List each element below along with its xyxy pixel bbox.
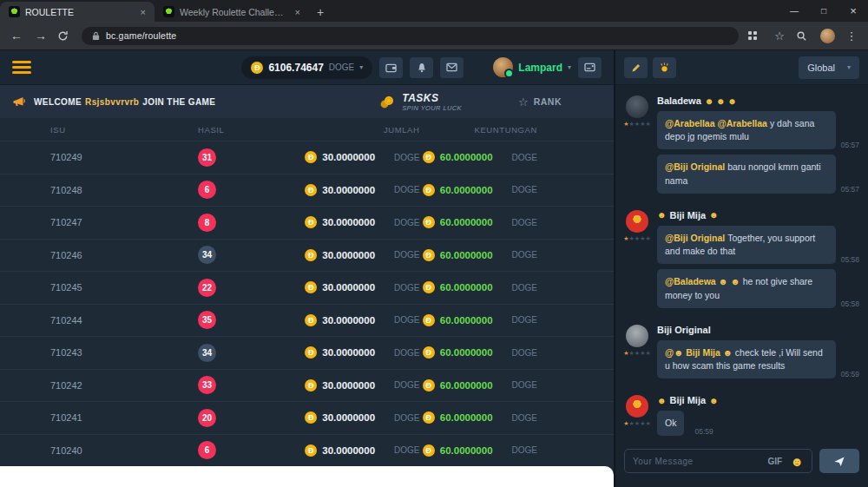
notifications-button[interactable] [410, 57, 433, 78]
refresh-button[interactable] [57, 30, 73, 42]
refresh-icon [57, 30, 69, 42]
chat-avatar[interactable] [626, 210, 648, 233]
chat-input-container[interactable]: GIF ☻ [624, 449, 812, 473]
rank-widget[interactable]: ☆ RANK [518, 95, 562, 109]
chat-username[interactable]: Biji Original [657, 325, 859, 335]
bet-amount: Ð30.0000000DOGE [302, 249, 420, 261]
chat-username[interactable]: ☻ Biji Mija ☻ [657, 395, 859, 405]
messages-button[interactable] [440, 57, 464, 78]
chat-message-group: ★★★★★ ☻ Biji Mija ☻ Ok 05:59 [624, 395, 859, 441]
maximize-button[interactable]: □ [809, 0, 838, 22]
user-avatar[interactable] [493, 57, 513, 77]
doge-coin-icon: Ð [305, 216, 317, 228]
forward-button[interactable]: → [33, 29, 49, 43]
bet-id: 710249 [50, 152, 198, 162]
mention: @Baladewa ☻ ☻ [665, 276, 740, 286]
tab-close-icon[interactable]: × [139, 7, 148, 17]
new-tab-button[interactable]: + [309, 2, 332, 22]
back-button[interactable]: ← [9, 29, 24, 43]
table-row[interactable]: 710244 35 Ð30.0000000DOGE Ð60.0000000DOG… [0, 304, 614, 337]
coin-drop-icon [659, 62, 670, 73]
bet-profit: Ð60.0000000DOGE [420, 379, 538, 392]
lower-panel [0, 466, 614, 487]
envelope-icon [446, 63, 457, 72]
chat-input[interactable] [633, 457, 760, 466]
minimize-button[interactable]: — [779, 0, 809, 22]
chat-panel: Global ▾ ★★★★★ Baladewa ☻ ☻ ☻ [614, 50, 868, 487]
tab-close-icon[interactable]: × [293, 7, 302, 17]
bet-profit: Ð60.0000000DOGE [420, 184, 538, 196]
bookmark-star-button[interactable]: ☆ [772, 30, 787, 43]
rank-star-icon: ☆ [518, 95, 529, 109]
bet-profit: Ð60.0000000DOGE [420, 444, 538, 457]
table-row[interactable]: 710242 33 Ð30.0000000DOGE Ð60.0000000DOG… [0, 369, 614, 402]
tab-weekly-challenge[interactable]: Weekly Roulette Challenge - Win × [155, 2, 309, 22]
browser-toolbar: ← → bc.game/roulette ☆ ⋮ [0, 22, 868, 50]
table-row[interactable]: 710245 22 Ð30.0000000DOGE Ð60.0000000DOG… [0, 271, 614, 304]
table-row[interactable]: 710241 20 Ð30.0000000DOGE Ð60.0000000DOG… [0, 401, 614, 434]
sunglasses-emote-icon: ☻ [657, 210, 667, 220]
chat-header: Global ▾ [615, 50, 868, 85]
send-message-button[interactable] [819, 449, 859, 473]
rank-label: RANK [534, 96, 562, 107]
chat-avatar[interactable] [626, 325, 648, 347]
site-header: Ð 6106.74647 DOGE ▾ Lampard ▾ [0, 50, 614, 85]
bet-id: 710244 [50, 315, 198, 326]
browser-menu-button[interactable]: ⋮ [844, 30, 859, 43]
column-header-jumlah: JUMLAH [384, 125, 420, 135]
doge-coin-icon: Ð [305, 184, 317, 196]
table-row[interactable]: 710246 34 Ð30.0000000DOGE Ð60.0000000DOG… [0, 239, 614, 272]
vip-card-button[interactable] [578, 57, 602, 78]
address-bar[interactable]: bc.game/roulette [82, 27, 739, 45]
chat-bubble: @Biji OriginalTogether, you support and … [657, 226, 836, 264]
emoji-button[interactable]: ☻ [790, 455, 804, 468]
table-row[interactable]: 710248 6 Ð30.0000000DOGE Ð60.0000000DOGE [0, 174, 614, 207]
menu-button[interactable] [12, 61, 31, 74]
tasks-title: TASKS [402, 92, 462, 104]
wallet-button[interactable] [379, 57, 403, 78]
user-menu[interactable]: Lampard ▾ [493, 57, 571, 77]
chat-message-group: ★★★★★ ☻ Biji Mija ☻ @Biji OriginalTogeth… [624, 210, 859, 313]
coin-stack-icon [378, 95, 396, 109]
search-icon [796, 30, 807, 42]
table-row[interactable]: 710240 6 Ð30.0000000DOGE Ð60.0000000DOGE [0, 434, 614, 467]
emote-icon: ☻ ☻ ☻ [705, 96, 737, 106]
table-row[interactable]: 710247 8 Ð30.0000000DOGE Ð60.0000000DOGE [0, 206, 614, 239]
gif-button[interactable]: GIF [768, 457, 783, 466]
search-button[interactable] [796, 30, 812, 42]
result-badge: 6 [198, 441, 216, 459]
bet-id: 710242 [50, 380, 198, 391]
chat-username[interactable]: Baladewa ☻ ☻ ☻ [657, 95, 859, 106]
sunglasses-emote-icon: ☻ [657, 396, 667, 405]
doge-coin-icon: Ð [305, 249, 317, 261]
doge-coin-icon: Ð [423, 346, 435, 359]
card-icon [584, 63, 595, 72]
username: Lampard [518, 62, 562, 74]
chat-bubble: Ok [657, 411, 684, 436]
bet-id: 710243 [50, 347, 198, 358]
bet-id: 710240 [50, 445, 198, 456]
chat-channel-selector[interactable]: Global ▾ [799, 56, 859, 79]
close-window-button[interactable]: × [838, 0, 868, 22]
table-row[interactable]: 710249 31 Ð30.0000000DOGE Ð60.0000000DOG… [0, 141, 614, 174]
bet-amount: Ð30.0000000DOGE [302, 216, 420, 228]
browser-profile-avatar[interactable] [820, 29, 835, 43]
doge-coin-icon: Ð [423, 444, 435, 457]
extensions-button[interactable] [747, 30, 763, 41]
lock-icon [92, 31, 100, 41]
chat-rules-button[interactable] [624, 57, 648, 78]
mention: @Biji Original [665, 233, 725, 243]
rating-stars: ★★★★★ [623, 420, 650, 426]
tab-roulette[interactable]: ROULETTE × [0, 2, 155, 22]
welcome-banner: WELCOMERsjsbvvrvrbJOIN THE GAME TASKS SP… [0, 85, 614, 118]
mention: @Arabellaa @Arabellaa [665, 118, 767, 128]
chat-username[interactable]: ☻ Biji Mija ☻ [657, 210, 859, 220]
coin-drop-button[interactable] [653, 57, 676, 78]
table-row[interactable]: 710243 34 Ð30.0000000DOGE Ð60.0000000DOG… [0, 336, 614, 369]
chat-avatar[interactable] [626, 395, 648, 418]
balance-selector[interactable]: Ð 6106.74647 DOGE ▾ [241, 56, 372, 79]
tasks-widget[interactable]: TASKS SPIN YOUR LUCK [378, 92, 462, 112]
main-content: Ð 6106.74647 DOGE ▾ Lampard ▾ [0, 50, 614, 487]
chat-avatar[interactable] [626, 95, 648, 118]
bet-amount: Ð30.0000000DOGE [302, 444, 420, 457]
